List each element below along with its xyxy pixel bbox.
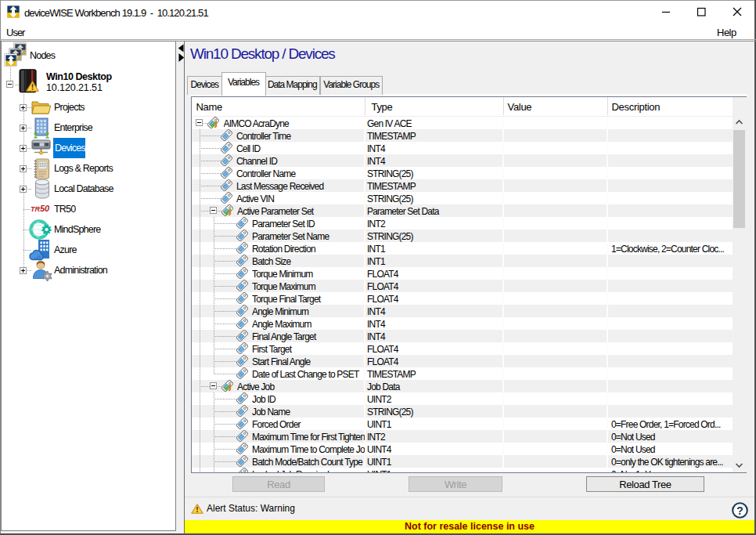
svg-text:?: ?	[736, 504, 743, 517]
